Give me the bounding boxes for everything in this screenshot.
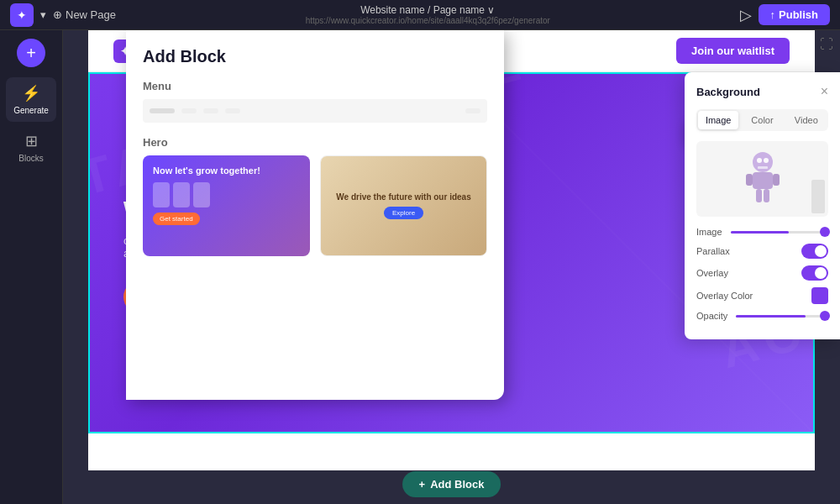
expand-button[interactable]: ⛶ [820, 37, 833, 52]
main-layout: + ⚡ Generate ⊞ Blocks ✦ Quick Creator Jo… [0, 30, 840, 504]
tab-video[interactable]: Video [786, 111, 827, 129]
logo-dropdown[interactable]: ▾ [40, 8, 46, 21]
overlay-color-label: Overlay Color [696, 291, 753, 301]
image-slider[interactable] [731, 231, 828, 234]
robot-image [729, 145, 796, 213]
page-breadcrumb: Website name / Page name ∨ [360, 4, 495, 16]
page-url: https://www.quickcreator.io/home/site/aa… [306, 16, 550, 25]
menu-dot-5 [465, 108, 480, 113]
canvas-area: ✦ Quick Creator Join our waitlist TALENT… [63, 30, 840, 504]
parallax-property-row: Parallax [696, 244, 828, 259]
add-block-bar-button[interactable]: + Add Block [402, 471, 501, 497]
svg-rect-8 [758, 166, 768, 169]
opacity-property-row: Opacity [696, 311, 828, 321]
publish-button[interactable]: ↑ Publish [759, 4, 830, 25]
preview-join-button[interactable]: Join our waitlist [676, 38, 790, 64]
hero-preview-1[interactable]: Now let's grow together! Get started [143, 155, 310, 256]
svg-point-0 [753, 152, 773, 172]
hero-previews: Now let's grow together! Get started We … [143, 155, 487, 256]
top-bar-center: Website name / Page name ∨ https://www.q… [306, 4, 550, 25]
sidebar-tool-generate[interactable]: ⚡ Generate [6, 77, 56, 122]
logo-icon[interactable]: ✦ [10, 3, 34, 27]
blocks-icon: ⊞ [25, 132, 38, 150]
panel-title: Add Block [143, 47, 487, 66]
svg-rect-2 [746, 174, 753, 186]
hero-preview-2[interactable]: We drive the future with our ideas Explo… [320, 155, 487, 256]
new-page-button[interactable]: ⊕ New Page [53, 8, 116, 21]
menu-preview[interactable] [143, 99, 487, 123]
left-sidebar: + ⚡ Generate ⊞ Blocks [0, 30, 63, 504]
overlay-color-row: Overlay Color [696, 287, 828, 304]
parallax-toggle[interactable] [801, 244, 828, 259]
background-panel-title: Background [696, 86, 760, 98]
opacity-label: Opacity [696, 311, 727, 321]
hero-section-title: Hero [143, 136, 487, 149]
background-panel-header: Background × [696, 84, 828, 99]
opacity-slider[interactable] [736, 315, 828, 318]
image-label: Image [696, 227, 722, 237]
add-button[interactable]: + [17, 39, 45, 67]
menu-dot-2 [181, 108, 197, 113]
menu-section-title: Menu [143, 80, 487, 92]
svg-point-7 [764, 158, 769, 163]
menu-dot-1 [150, 108, 175, 113]
hero-preview-1-people [153, 182, 300, 207]
top-bar: ✦ ▾ ⊕ New Page Website name / Page name … [0, 0, 840, 30]
menu-dot-4 [225, 108, 240, 113]
svg-rect-4 [756, 189, 762, 202]
hero-preview-1-cta: Get started [153, 213, 200, 225]
overlay-label: Overlay [696, 268, 728, 278]
image-property-row: Image [696, 227, 828, 237]
overlay-color-swatch[interactable] [811, 287, 828, 304]
parallax-label: Parallax [696, 246, 730, 256]
tab-color[interactable]: Color [742, 111, 782, 129]
top-bar-right: ▷ ↑ Publish [740, 4, 830, 25]
background-image-preview[interactable] [696, 141, 828, 217]
overlay-toggle[interactable] [801, 265, 828, 281]
sidebar-tool-blocks[interactable]: ⊞ Blocks [6, 125, 56, 170]
tab-image[interactable]: Image [698, 111, 738, 129]
hero-preview-1-text: Now let's grow together! [153, 165, 300, 176]
svg-point-6 [757, 158, 762, 163]
background-panel-close[interactable]: × [821, 84, 828, 99]
hero-preview-2-cta: Explore [384, 207, 423, 219]
top-bar-left: ✦ ▾ ⊕ New Page [10, 3, 116, 27]
generate-icon: ⚡ [22, 84, 40, 102]
menu-dot-3 [203, 108, 218, 113]
background-tab-row: Image Color Video [696, 109, 828, 131]
add-block-panel: Add Block Menu Hero Now let's grow toget… [126, 30, 504, 400]
svg-rect-5 [764, 189, 769, 202]
background-panel: Background × Image Color Video [685, 72, 840, 339]
svg-rect-3 [773, 174, 780, 186]
svg-rect-1 [753, 172, 773, 189]
hero-preview-2-text: We drive the future with our ideas [336, 192, 470, 202]
preview-button[interactable]: ▷ [740, 6, 752, 24]
overlay-property-row: Overlay [696, 265, 828, 281]
